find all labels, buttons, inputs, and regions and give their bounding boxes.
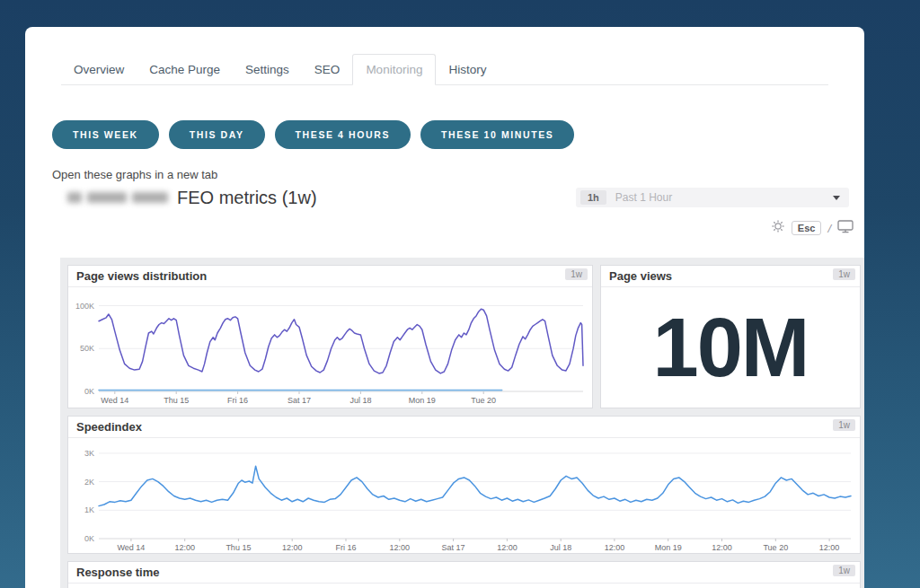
dashboard-title-row: FEO metrics (1w) 1h Past 1 Hour bbox=[67, 186, 849, 209]
filter-these-4-hours-button[interactable]: THESE 4 HOURS bbox=[275, 120, 411, 149]
svg-text:Sat 17: Sat 17 bbox=[442, 543, 465, 552]
tab-overview[interactable]: Overview bbox=[61, 55, 137, 84]
redacted-domain-blur bbox=[67, 192, 173, 203]
slash-separator: / bbox=[827, 222, 831, 235]
monitoring-dashboard: Page views distribution 1w 0K50K100KWed … bbox=[60, 258, 864, 588]
dashboard-row-3: Response time 1w bbox=[67, 561, 861, 588]
svg-text:12:00: 12:00 bbox=[282, 543, 303, 552]
panel-page-views-distribution: Page views distribution 1w 0K50K100KWed … bbox=[67, 265, 593, 408]
page-views-value: 10M bbox=[601, 287, 860, 408]
panel-title: Speedindex 1w bbox=[68, 417, 860, 438]
time-range-dropdown[interactable]: 1h Past 1 Hour bbox=[576, 188, 849, 207]
blur-segment bbox=[87, 192, 127, 203]
range-badge: 1w bbox=[565, 268, 588, 280]
svg-text:0K: 0K bbox=[84, 387, 94, 396]
open-graphs-link[interactable]: Open these graphs in a new tab bbox=[52, 168, 864, 181]
svg-text:50K: 50K bbox=[80, 344, 94, 353]
tab-settings[interactable]: Settings bbox=[233, 55, 302, 84]
dashboard-row-2: Speedindex 1w 0K1K2K3KWed 1412:00Thu 151… bbox=[67, 416, 861, 554]
time-range-badge: 1h bbox=[580, 190, 606, 205]
svg-text:2K: 2K bbox=[84, 478, 94, 487]
monitor-icon[interactable] bbox=[837, 220, 854, 237]
svg-text:12:00: 12:00 bbox=[605, 543, 625, 552]
svg-text:Fri 16: Fri 16 bbox=[227, 396, 248, 405]
esc-key-badge: Esc bbox=[792, 221, 822, 235]
svg-text:3K: 3K bbox=[84, 449, 94, 458]
svg-text:12:00: 12:00 bbox=[819, 543, 840, 552]
panel-page-views: Page views 1w 10M bbox=[600, 265, 861, 408]
svg-text:12:00: 12:00 bbox=[712, 543, 732, 552]
kiosk-controls: Esc / bbox=[25, 221, 854, 235]
app-window: Overview Cache Purge Settings SEO Monito… bbox=[25, 27, 864, 588]
range-badge: 1w bbox=[833, 268, 855, 280]
svg-text:Jul 18: Jul 18 bbox=[349, 396, 371, 405]
svg-text:12:00: 12:00 bbox=[390, 543, 411, 552]
svg-text:Sat 17: Sat 17 bbox=[288, 396, 311, 405]
panel-title-text: Page views distribution bbox=[76, 269, 207, 283]
time-range-label: Past 1 Hour bbox=[615, 191, 833, 204]
blur-segment bbox=[67, 192, 82, 203]
blur-segment bbox=[132, 192, 168, 203]
svg-text:Tue 20: Tue 20 bbox=[471, 396, 496, 405]
svg-text:Mon 19: Mon 19 bbox=[409, 396, 436, 405]
range-badge: 1w bbox=[833, 565, 855, 576]
dashboard-row-1: Page views distribution 1w 0K50K100KWed … bbox=[67, 265, 861, 408]
filter-these-10-minutes-button[interactable]: THESE 10 MINUTES bbox=[420, 120, 574, 149]
panel-title: Response time 1w bbox=[68, 562, 860, 584]
settings-gear-icon[interactable] bbox=[771, 219, 785, 237]
range-badge: 1w bbox=[833, 419, 855, 431]
speedindex-chart: 0K1K2K3KWed 1412:00Thu 1512:00Fri 1612:0… bbox=[68, 438, 858, 553]
svg-text:Fri 16: Fri 16 bbox=[335, 543, 356, 552]
tab-bar: Overview Cache Purge Settings SEO Monito… bbox=[61, 54, 828, 85]
time-filter-buttons: THIS WEEK THIS DAY THESE 4 HOURS THESE 1… bbox=[52, 120, 864, 149]
tab-seo[interactable]: SEO bbox=[302, 55, 353, 84]
svg-text:Tue 20: Tue 20 bbox=[763, 543, 788, 552]
tab-monitoring[interactable]: Monitoring bbox=[352, 54, 436, 85]
chevron-down-icon bbox=[833, 196, 840, 200]
panel-title-text: Response time bbox=[76, 566, 159, 579]
panel-speedindex: Speedindex 1w 0K1K2K3KWed 1412:00Thu 151… bbox=[67, 416, 861, 554]
page-title: FEO metrics (1w) bbox=[177, 188, 317, 208]
svg-text:Jul 18: Jul 18 bbox=[550, 543, 571, 552]
svg-text:Mon 19: Mon 19 bbox=[655, 543, 682, 552]
svg-text:0K: 0K bbox=[84, 534, 94, 543]
filter-this-day-button[interactable]: THIS DAY bbox=[169, 120, 265, 149]
svg-text:12:00: 12:00 bbox=[497, 543, 518, 552]
tab-history[interactable]: History bbox=[436, 55, 499, 84]
panel-title-text: Page views bbox=[609, 269, 672, 283]
page-views-distribution-chart: 0K50K100KWed 14Thu 15Fri 16Sat 17Jul 18M… bbox=[68, 287, 590, 406]
svg-text:Thu 15: Thu 15 bbox=[226, 543, 251, 552]
svg-text:100K: 100K bbox=[75, 302, 94, 311]
svg-text:Thu 15: Thu 15 bbox=[164, 396, 189, 405]
svg-text:Wed 14: Wed 14 bbox=[117, 543, 145, 552]
tab-cache-purge[interactable]: Cache Purge bbox=[137, 55, 233, 84]
filter-this-week-button[interactable]: THIS WEEK bbox=[52, 120, 159, 149]
panel-title-text: Speedindex bbox=[76, 420, 142, 434]
svg-text:Wed 14: Wed 14 bbox=[101, 396, 128, 405]
panel-title: Page views 1w bbox=[601, 266, 860, 287]
panel-response-time: Response time 1w bbox=[67, 561, 861, 588]
svg-text:12:00: 12:00 bbox=[174, 543, 195, 552]
panel-title: Page views distribution 1w bbox=[68, 266, 592, 287]
svg-text:1K: 1K bbox=[84, 505, 94, 514]
